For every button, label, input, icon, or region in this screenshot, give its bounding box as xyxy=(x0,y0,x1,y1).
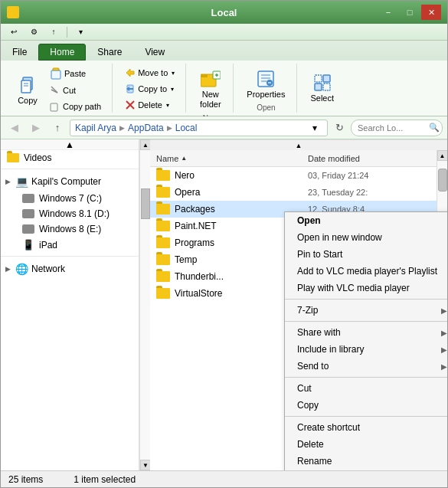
refresh-button[interactable]: ↻ xyxy=(331,120,348,136)
copy-to-label: Copy to xyxy=(138,84,167,93)
properties-button[interactable]: Properties xyxy=(241,65,290,102)
ctx-open-new-label: Open in new window xyxy=(297,232,447,243)
sidebar-scroll-down-btn[interactable]: ▼ xyxy=(140,460,151,470)
cut-button[interactable]: Cut xyxy=(45,83,106,98)
ribbon-tab-file[interactable]: File xyxy=(1,44,38,61)
copy-button[interactable]: Copy xyxy=(11,71,44,108)
search-icon[interactable]: 🔍 xyxy=(429,123,440,133)
ribbon-content: Copy Paste xyxy=(1,61,447,116)
file-area-scroll-up[interactable]: ▲ xyxy=(150,139,447,150)
copy-to-button[interactable]: Copy to ▾ xyxy=(120,81,179,97)
path-local[interactable]: Local xyxy=(175,123,198,133)
file-row-opera[interactable]: Opera 23, Tuesday 22: xyxy=(150,184,437,201)
svg-rect-19 xyxy=(201,74,208,77)
forward-button[interactable]: ▶ xyxy=(27,120,45,136)
address-path[interactable]: Kapil Arya ▶ AppData ▶ Local ▾ xyxy=(70,120,328,136)
sidebar-item-computer[interactable]: ▶ 💻 Kapil's Computer xyxy=(1,172,139,191)
maximize-button[interactable]: □ xyxy=(400,5,420,20)
ribbon-tab-view[interactable]: View xyxy=(133,44,176,61)
path-dropdown-arrow[interactable]: ▾ xyxy=(307,123,322,133)
main-area: ▲ Videos ▶ 💻 Kapil's Computer Wind xyxy=(1,139,447,470)
ribbon-group-open: Properties Open xyxy=(235,64,297,113)
ctx-item-share-with[interactable]: Share with ▶ xyxy=(285,324,447,341)
svg-rect-29 xyxy=(315,75,322,82)
ctx-item-send-to[interactable]: Send to ▶ xyxy=(285,358,447,375)
select-all-button[interactable]: Select xyxy=(305,69,339,106)
move-to-label: Move to xyxy=(138,68,168,77)
file-name-nero: Nero xyxy=(175,170,303,181)
qat-undo-button[interactable]: ↩ xyxy=(5,25,22,39)
open-buttons: Properties xyxy=(241,65,290,102)
file-scroll-up-btn[interactable]: ▲ xyxy=(437,150,448,161)
ctx-item-open-new-window[interactable]: Open in new window xyxy=(285,229,447,246)
ctx-item-delete[interactable]: Delete xyxy=(285,436,447,453)
ctx-item-include-library[interactable]: Include in library ▶ xyxy=(285,341,447,358)
ctx-item-rename[interactable]: Rename xyxy=(285,453,447,470)
quick-access-toolbar: ↩ ⚙ ↑ ▾ xyxy=(1,24,447,41)
ctx-item-create-shortcut[interactable]: Create shortcut xyxy=(285,419,447,436)
statusbar: 25 items 1 item selected xyxy=(1,470,447,487)
window-icon xyxy=(7,6,19,18)
svg-rect-1 xyxy=(21,80,31,93)
col-date-header[interactable]: Date modified xyxy=(308,150,430,166)
network-icon: 🌐 xyxy=(15,263,28,275)
copy-path-button[interactable]: Copy path xyxy=(45,99,106,114)
qat-separator xyxy=(67,27,67,38)
ctx-item-cut[interactable]: Cut xyxy=(285,380,447,397)
sidebar-scroll-thumb[interactable] xyxy=(141,188,150,219)
qat-folder-up-button[interactable]: ↑ xyxy=(45,25,62,39)
delete-dropdown-arrow: ▾ xyxy=(166,102,169,109)
sidebar-item-e-drive[interactable]: Windows 8 (E:) xyxy=(1,221,139,237)
sidebar-item-videos[interactable]: Videos xyxy=(1,150,139,165)
ctx-item-play-vlc[interactable]: Play with VLC media player xyxy=(285,280,447,296)
ribbon-tabs: File Home Share View xyxy=(1,41,447,61)
ctx-item-7zip[interactable]: 7-Zip ▶ xyxy=(285,302,447,319)
folder-icon-thunderbird xyxy=(156,271,170,282)
ribbon-group-organize: Move to ▾ Copy to ▾ xyxy=(114,64,186,113)
path-kapil[interactable]: Kapil Arya xyxy=(75,123,116,133)
col-name-header[interactable]: Name ▲ xyxy=(156,150,308,166)
sidebar-item-d-drive[interactable]: Windows 8.1 (D:) xyxy=(1,206,139,221)
ctx-item-copy[interactable]: Copy xyxy=(285,397,447,414)
delete-button[interactable]: Delete ▾ xyxy=(120,97,179,113)
ctx-library-arrow: ▶ xyxy=(441,346,447,354)
ctx-item-open[interactable]: Open xyxy=(285,212,447,229)
minimize-button[interactable]: − xyxy=(378,5,398,20)
sidebar-videos-label: Videos xyxy=(24,152,51,163)
ribbon-tab-home[interactable]: Home xyxy=(38,44,86,61)
new-folder-button[interactable]: New folder xyxy=(195,65,227,113)
ribbon: File Home Share View xyxy=(1,41,447,116)
ctx-item-add-vlc[interactable]: Add to VLC media player's Playlist xyxy=(285,263,447,280)
ctx-add-vlc-label: Add to VLC media player's Playlist xyxy=(297,266,447,277)
network-expand-arrow: ▶ xyxy=(5,265,11,273)
ctx-sep-2 xyxy=(285,321,447,322)
disk-icon-e xyxy=(22,224,34,234)
file-area: ▲ Name ▲ Date modified xyxy=(150,139,447,470)
up-button[interactable]: ↑ xyxy=(48,120,67,136)
path-appdata[interactable]: AppData xyxy=(128,123,164,133)
svg-rect-32 xyxy=(323,84,330,90)
ctx-sendto-label: Send to xyxy=(297,361,441,372)
sidebar-divider-1 xyxy=(1,169,139,169)
file-row-nero[interactable]: Nero 03, Friday 21:24 xyxy=(150,167,437,184)
sidebar-item-c-drive[interactable]: Windows 7 (C:) xyxy=(1,191,139,206)
back-button[interactable]: ◀ xyxy=(5,120,24,136)
sidebar-item-network[interactable]: ▶ 🌐 Network xyxy=(1,260,139,278)
cut-label: Cut xyxy=(63,86,76,95)
ctx-copy-label: Copy xyxy=(297,400,447,411)
ipad-icon: 📱 xyxy=(22,239,34,251)
sidebar-scroll-top[interactable]: ▲ xyxy=(1,139,139,150)
ctx-7zip-arrow: ▶ xyxy=(441,306,447,315)
sidebar-item-ipad[interactable]: 📱 iPad xyxy=(1,237,139,253)
file-scroll-thumb[interactable] xyxy=(438,169,447,192)
paste-button[interactable]: Paste xyxy=(45,65,106,82)
close-button[interactable]: ✕ xyxy=(421,5,441,20)
sidebar-scroll-up-btn[interactable]: ▲ xyxy=(140,139,151,150)
qat-dropdown-button[interactable]: ▾ xyxy=(72,25,89,39)
svg-rect-5 xyxy=(51,70,60,79)
qat-properties-button[interactable]: ⚙ xyxy=(25,25,42,39)
move-to-button[interactable]: Move to ▾ xyxy=(120,65,179,80)
new-folder-icon xyxy=(200,68,221,90)
ribbon-tab-share[interactable]: Share xyxy=(86,44,133,61)
ctx-item-pin-start[interactable]: Pin to Start xyxy=(285,246,447,263)
